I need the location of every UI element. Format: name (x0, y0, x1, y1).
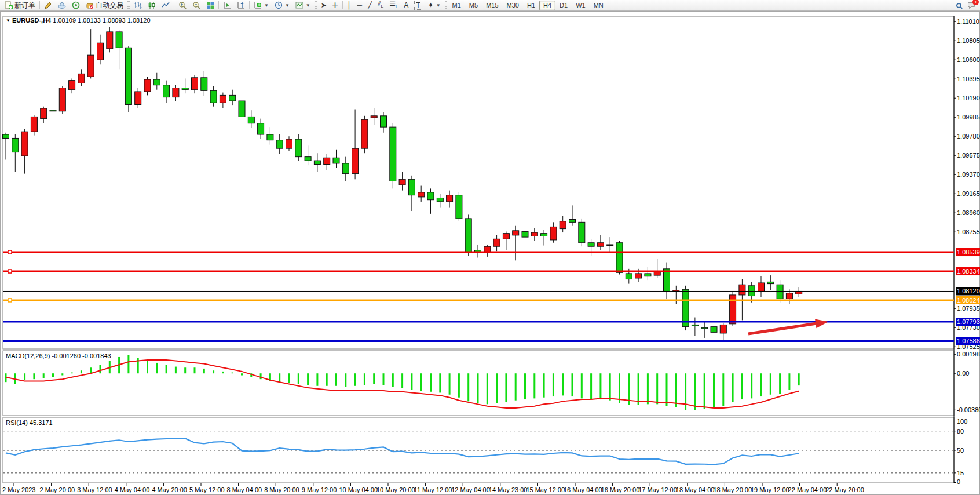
chart-autoscroll-icon (237, 1, 245, 9)
chart-svg[interactable]: 1.110101.108051.106001.103951.101901.099… (1, 12, 980, 495)
candle-6 (59, 88, 65, 111)
chart-autoscroll-button[interactable] (234, 1, 248, 10)
candle-28 (267, 134, 273, 140)
text-label-tool-button[interactable]: T (411, 1, 425, 10)
cursor-tool-button[interactable]: ➤ (318, 1, 330, 10)
zoom-out-icon (192, 1, 200, 9)
hline-handle-1.08024 (8, 299, 12, 302)
timeframe-button-m5[interactable]: M5 (465, 1, 482, 10)
publisher-button[interactable] (55, 1, 69, 10)
macd-axis: 0.0019820.00-0.003804 (954, 351, 980, 413)
timeframe-button-m30[interactable]: M30 (503, 1, 523, 10)
tile-windows-button[interactable] (203, 1, 217, 10)
new-order-button[interactable]: 新订单 (2, 1, 38, 10)
auto-trading-button[interactable]: 自动交易 (83, 1, 126, 10)
svg-text:19 May 12:00: 19 May 12:00 (751, 486, 789, 493)
svg-text:12 May 04:00: 12 May 04:00 (451, 486, 490, 493)
candle-19 (182, 88, 188, 90)
candle-35 (333, 158, 339, 163)
horizontal-line-tool-button[interactable]: ─ (354, 1, 365, 10)
indicators-button[interactable]: ▼ (251, 1, 272, 10)
svg-text:8 May 20:00: 8 May 20:00 (264, 486, 299, 493)
chat-button[interactable]: 1 (964, 1, 978, 10)
candle-58 (550, 227, 557, 240)
candle-81 (767, 282, 774, 283)
equidistant-channel-tool-button[interactable]: ⫽E (375, 1, 386, 10)
signals-button[interactable] (69, 1, 83, 10)
svg-text:1.07935: 1.07935 (957, 305, 980, 312)
candle-4 (41, 108, 47, 119)
time-axis[interactable]: 2 May 20232 May 20:003 May 12:004 May 04… (2, 483, 864, 493)
text-tool-button[interactable]: A (401, 1, 411, 10)
candle-75 (711, 327, 717, 333)
crosshair-tool-button[interactable]: ✛ (330, 1, 341, 10)
svg-text:80: 80 (957, 428, 964, 435)
candle-47 (447, 195, 453, 202)
candle-57 (541, 234, 547, 236)
vertical-line-icon: │ (347, 1, 352, 9)
svg-text:1.09985: 1.09985 (957, 114, 980, 121)
horizontal-line-icon: ─ (357, 1, 362, 9)
signal-icon (72, 1, 80, 9)
timeframe-button-h4[interactable]: H4 (539, 1, 555, 10)
candle-82 (777, 285, 783, 299)
symbol-dropdown-icon[interactable]: ▼ (6, 18, 10, 23)
rsi-indicator-label: RSI(14) 45.3171 (6, 419, 53, 426)
fibonacci-tool-button[interactable]: ☰F (386, 1, 401, 10)
candle-73 (692, 325, 698, 326)
fibonacci-icon: ☰F (389, 0, 398, 11)
candle-24 (229, 95, 236, 101)
candle-3 (31, 117, 37, 132)
bar-chart-mode-button[interactable] (131, 1, 145, 10)
candle-5 (50, 110, 56, 111)
arrows-icon: ✦ (428, 1, 434, 9)
candle-22 (210, 90, 217, 103)
svg-text:16 May 20:00: 16 May 20:00 (601, 486, 640, 493)
auto-trading-label: 自动交易 (96, 1, 123, 10)
arrows-tool-button[interactable]: ✦▼ (425, 1, 444, 10)
timeframe-button-m1[interactable]: M1 (448, 1, 465, 10)
svg-text:1.09575: 1.09575 (957, 152, 980, 159)
zoom-in-button[interactable] (175, 1, 189, 10)
vertical-line-tool-button[interactable]: │ (344, 1, 354, 10)
templates-button[interactable]: ▼ (292, 1, 313, 10)
timeframe-button-mn[interactable]: MN (590, 1, 608, 10)
svg-text:8 May 04:00: 8 May 04:00 (227, 486, 262, 493)
svg-text:2 May 20:00: 2 May 20:00 (40, 486, 75, 493)
chart-shift-button[interactable] (220, 1, 234, 10)
macd-indicator-label: MACD(12,26,9) -0.001260 -0.001843 (6, 352, 111, 359)
candle-chart-mode-button[interactable] (145, 1, 159, 10)
timeframe-button-d1[interactable]: D1 (555, 1, 572, 10)
candle-21 (201, 78, 207, 91)
timeframe-button-w1[interactable]: W1 (572, 1, 590, 10)
candle-74 (701, 327, 708, 329)
styler-button[interactable] (41, 1, 55, 10)
timeframe-button-m15[interactable]: M15 (482, 1, 502, 10)
main-toolbar: 新订单 自动交易 (0, 0, 980, 11)
template-icon (295, 1, 303, 9)
candle-83 (786, 293, 792, 299)
timeframe-button-h1[interactable]: H1 (523, 1, 539, 10)
svg-text:0.00: 0.00 (957, 370, 969, 377)
svg-text:17 May 12:00: 17 May 12:00 (638, 486, 677, 493)
trendline-tool-button[interactable]: ╱ (365, 1, 375, 10)
candle-42 (399, 179, 405, 185)
templates-caret: ▼ (306, 3, 310, 8)
svg-text:50: 50 (957, 447, 964, 454)
search-button[interactable] (953, 1, 964, 10)
text-label-icon: T (414, 1, 422, 10)
candle-37 (352, 148, 359, 173)
candle-29 (276, 140, 283, 148)
candle-chart-icon (148, 1, 156, 9)
candle-13 (125, 48, 131, 104)
candle-32 (305, 157, 311, 161)
zoom-out-button[interactable] (189, 1, 203, 10)
svg-text:-0.003804: -0.003804 (957, 406, 980, 413)
candle-56 (531, 232, 537, 236)
line-chart-mode-button[interactable] (159, 1, 173, 10)
chart-title-ohlc: 1.08109 1.08133 1.08093 1.08120 (53, 17, 150, 24)
candle-64 (607, 245, 613, 246)
periods-button[interactable]: ▼ (272, 1, 292, 10)
candle-55 (522, 231, 528, 237)
svg-text:1.09370: 1.09370 (957, 171, 980, 178)
